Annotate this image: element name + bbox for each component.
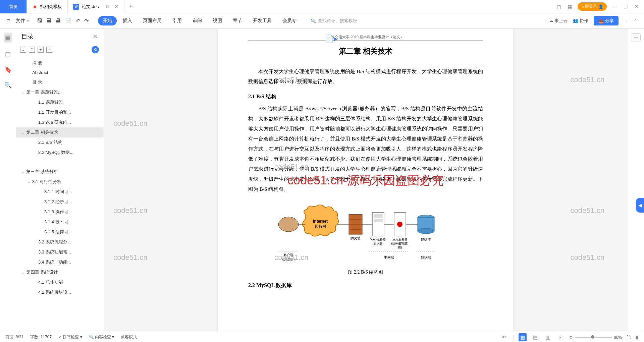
outline-item[interactable]: 目 录 — [16, 77, 103, 87]
outline-list: 摘 要Abstract目 录⌄第一章 课题背景...1.1 课题背景1.2 开发… — [16, 55, 103, 332]
layout1-icon[interactable]: ▢ — [555, 3, 562, 11]
view-page-icon[interactable]: ▦ — [519, 333, 527, 341]
search-rail-icon[interactable]: 🔍 — [4, 81, 12, 89]
save-icon[interactable]: 🖫 — [37, 18, 42, 24]
settings-icon[interactable]: ⚙ — [569, 335, 573, 340]
ribbon-tab-insert[interactable]: 插入 — [118, 16, 137, 25]
outline-item[interactable]: 4.2 系统模块设... — [16, 287, 103, 297]
outline-item[interactable]: 3.1.2 经济可... — [16, 197, 103, 207]
page-indicator-icon[interactable]: 📄▸ — [325, 35, 337, 43]
ribbon-tab-start[interactable]: 开始 — [98, 16, 117, 25]
divider: | — [513, 335, 514, 340]
page-count[interactable]: 页面: 8/31 — [5, 334, 23, 340]
outline-item[interactable]: ⌄第四章 系统设计 — [16, 267, 103, 277]
svg-text:中间层: 中间层 — [384, 255, 394, 259]
outline-item[interactable]: 3.1.5 法律可... — [16, 227, 103, 237]
outline-item[interactable]: 3.1.4 技术可... — [16, 217, 103, 227]
outline-item[interactable]: Abstract — [16, 68, 103, 77]
svg-text:应用服务器: 应用服务器 — [392, 238, 408, 241]
remove-heading-icon[interactable]: − — [46, 47, 52, 53]
outline-item[interactable]: 3.1.3 操作可... — [16, 207, 103, 217]
tab-template[interactable]: ◆ 找稻壳模板 — [27, 0, 68, 13]
outline-item[interactable]: 3.2 系统流程分... — [16, 237, 103, 247]
tab-document[interactable]: W 论文.doc ⧉ ✕ — [68, 0, 124, 13]
add-heading-icon[interactable]: + — [38, 47, 44, 53]
outline-item[interactable]: 3.4 系统非功能... — [16, 257, 103, 267]
view-web-icon[interactable]: ▥ — [544, 333, 552, 341]
outline-item[interactable]: 3.1.1 时间可... — [16, 187, 103, 197]
fullscreen-icon[interactable]: ⛶ — [627, 335, 631, 340]
nav-rail-icon[interactable]: ◫ — [5, 51, 11, 58]
outline-item[interactable]: ⌄第三章 系统分析 — [16, 167, 103, 177]
ribbon-tab-member[interactable]: 会员专 — [278, 16, 301, 25]
outline-item[interactable]: ⌄第二章 相关技术 — [16, 127, 103, 137]
layout2-icon[interactable]: ▦ — [567, 3, 574, 11]
outline-item[interactable]: 2.2 MySQL 数据... — [16, 148, 103, 158]
expand-all-icon[interactable]: ⌃ — [29, 47, 35, 53]
outline-item[interactable]: 1.1 课题背景 — [16, 97, 103, 107]
outline-item[interactable]: 4.1 总体功能 — [16, 277, 103, 287]
feedback-tab[interactable]: ◀ — [636, 198, 644, 213]
hamburger-icon[interactable]: ≡ — [7, 17, 10, 24]
ribbon-tab-dev[interactable]: 开发工具 — [248, 16, 276, 25]
outline-header: 目录 ✕ — [16, 28, 103, 45]
cloud-status[interactable]: ☁ 未上云 — [549, 18, 568, 24]
close-icon[interactable]: ✕ — [114, 3, 119, 10]
redo-icon[interactable]: ↷ — [84, 18, 89, 24]
file-menu[interactable]: 文件▾ — [13, 18, 32, 24]
coop-button[interactable]: 👥 协作 — [573, 18, 588, 24]
eye-icon[interactable]: 👁 — [500, 333, 508, 341]
outline-item[interactable] — [16, 158, 103, 167]
view-outline-icon[interactable]: ▤ — [531, 333, 539, 341]
close-outline-icon[interactable]: ✕ — [93, 33, 98, 40]
minimize-icon[interactable]: — — [611, 3, 618, 11]
maximize-icon[interactable]: ☐ — [622, 3, 629, 11]
svg-point-20 — [418, 228, 434, 234]
outline-item[interactable]: 2.1 B/S 结构 — [16, 137, 103, 148]
svg-text:层): 层) — [398, 246, 402, 249]
login-button[interactable]: 立即登录👤 — [578, 2, 607, 11]
collapse-all-icon[interactable]: ⌄ — [20, 47, 26, 53]
outline-item[interactable]: 1.2 开发目的和... — [16, 107, 103, 117]
svg-rect-10 — [374, 219, 383, 222]
word-count[interactable]: 字数: 11707 — [30, 334, 52, 340]
preview-icon[interactable]: 📄 — [65, 18, 72, 24]
save-as-icon[interactable]: 🖬 — [46, 18, 52, 24]
view-read-icon[interactable]: ⊡ — [557, 333, 565, 341]
fit-icon[interactable]: ⊕ — [635, 335, 639, 340]
ribbon-tab-review[interactable]: 审阅 — [188, 16, 207, 25]
close-window-icon[interactable]: ✕ — [633, 3, 640, 11]
page-header: 大连交通大学 2019 届本科生毕业设计（论文） — [248, 35, 483, 41]
ribbon-tab-view[interactable]: 视图 — [208, 16, 227, 25]
zoom-slider[interactable] — [575, 337, 612, 338]
add-tab-button[interactable]: + — [124, 3, 138, 10]
document-area[interactable]: 📄▸ code51.cn code51.cn code51.cn code51.… — [103, 28, 628, 332]
bookmark-rail-icon[interactable]: 🔖 — [4, 66, 12, 73]
undo-icon[interactable]: ↶ — [76, 18, 80, 24]
spell-check[interactable]: ✓ 拼写检查 ▾ — [58, 334, 82, 340]
svg-text:防火墙: 防火墙 — [351, 236, 361, 240]
more-icon[interactable]: ⋮ — [624, 18, 628, 23]
zoom-control[interactable]: ⚙ 80% — [569, 335, 622, 340]
outline-item[interactable]: ⌄3.1 可行性分析 — [16, 177, 103, 187]
print-icon[interactable]: 🖶 — [56, 18, 61, 24]
right-panel-icon[interactable]: ☲ — [632, 33, 641, 42]
ribbon-tab-references[interactable]: 引用 — [168, 16, 186, 25]
tab-home[interactable]: 首页 — [0, 0, 27, 13]
chapter-title: 第二章 相关技术 — [248, 46, 483, 56]
outline-item[interactable]: 3.3 系统功能需... — [16, 247, 103, 257]
outline-rail-icon[interactable]: ▤ — [4, 33, 12, 43]
search-box[interactable]: 🔍 查找命令、搜索模板 — [311, 18, 357, 24]
outline-item[interactable]: 摘 要 — [16, 58, 103, 68]
popout-icon[interactable]: ⧉ — [106, 4, 109, 9]
outline-item[interactable]: 1.3 论文研究内... — [16, 117, 103, 127]
sync-icon[interactable]: ⟲ — [92, 46, 99, 53]
share-button[interactable]: 📤 分享 — [594, 16, 619, 25]
title-bar: 首页 ◆ 找稻壳模板 W 论文.doc ⧉ ✕ + ▢ ▦ 立即登录👤 — ☐ … — [0, 0, 644, 13]
outline-item[interactable]: ⌄第一章 课题背景... — [16, 87, 103, 97]
ribbon-tab-layout[interactable]: 页面布局 — [138, 16, 166, 25]
content-check[interactable]: 🔍 内容检查 ▾ — [89, 334, 114, 340]
collapse-icon[interactable]: ⌃ — [634, 18, 637, 23]
ribbon-tab-section[interactable]: 章节 — [228, 16, 247, 25]
zoom-value[interactable]: 80% — [614, 335, 622, 340]
